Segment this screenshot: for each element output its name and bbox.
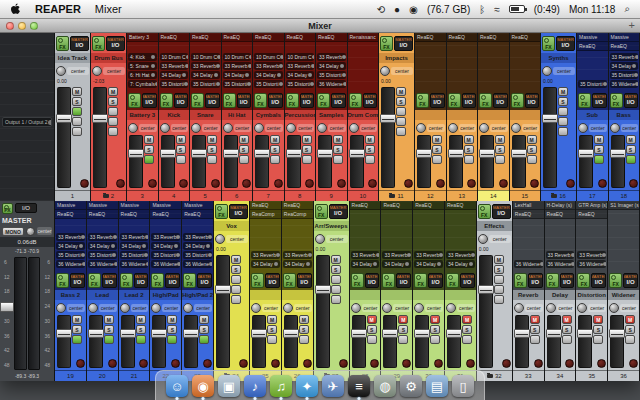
- bluetooth-icon[interactable]: ᛒ: [479, 4, 485, 15]
- track-number[interactable]: 11: [379, 190, 414, 201]
- send-slot[interactable]: 34 Delay: [88, 242, 117, 250]
- env-button[interactable]: [72, 117, 82, 126]
- master-volume-value[interactable]: 0.06dB: [0, 237, 54, 247]
- record-arm-button[interactable]: [179, 179, 188, 188]
- monitor-button[interactable]: [495, 155, 505, 164]
- env-button[interactable]: [558, 117, 568, 126]
- send-slot[interactable]: 34 Delay: [183, 242, 212, 250]
- volume-fader[interactable]: [350, 135, 364, 188]
- strip-fx-button[interactable]: FX: [478, 204, 491, 219]
- solo-button[interactable]: S: [464, 145, 474, 154]
- fader-handle[interactable]: [283, 329, 299, 338]
- record-arm-button[interactable]: [598, 179, 607, 188]
- master-meter[interactable]: 612182430364248 612182430364248: [0, 255, 54, 372]
- fader-handle[interactable]: [446, 329, 462, 338]
- track-number[interactable]: 1: [55, 190, 90, 201]
- record-arm-button[interactable]: [339, 359, 348, 368]
- send-slot[interactable]: 34 Delay: [414, 260, 443, 268]
- send-slot[interactable]: 34 Delay: [382, 260, 411, 268]
- send-slot[interactable]: 33 Reverb: [283, 251, 312, 259]
- solo-button[interactable]: S: [331, 265, 341, 274]
- track-number[interactable]: 21: [119, 370, 150, 381]
- strip-route-button[interactable]: MASTERI/O: [205, 93, 220, 108]
- track-number[interactable]: 4: [159, 190, 190, 201]
- send-slot[interactable]: 36 Widene: [56, 260, 85, 268]
- strip-fx-button[interactable]: FX: [349, 93, 362, 108]
- strip-fx-button[interactable]: FX: [56, 36, 69, 51]
- send-slot[interactable]: 10 Drum C: [191, 53, 220, 61]
- monitor-button[interactable]: [593, 335, 603, 344]
- send-slot[interactable]: 35 Distorti: [191, 80, 220, 88]
- fader-handle[interactable]: [88, 329, 104, 338]
- solo-button[interactable]: S: [239, 145, 249, 154]
- volume-fader[interactable]: [252, 315, 266, 368]
- volume-fader[interactable]: [447, 315, 461, 368]
- fx-slot[interactable]: H-Delay (s): [545, 201, 576, 210]
- monitor-button[interactable]: [494, 275, 504, 284]
- send-slot[interactable]: 33 Reverb: [446, 251, 475, 259]
- monitor-button[interactable]: [104, 335, 114, 344]
- solo-button[interactable]: S: [299, 325, 309, 334]
- strip-name[interactable]: Delay: [545, 290, 576, 300]
- send-slot[interactable]: 33 Reverb: [317, 53, 346, 61]
- pan-knob[interactable]: [283, 303, 293, 313]
- send-slot[interactable]: 35 Distorti: [254, 80, 283, 88]
- send-slot[interactable]: 34 Delay: [254, 71, 283, 79]
- send-slot[interactable]: 33 Reverb: [546, 251, 575, 259]
- strip-name[interactable]: Distortion: [576, 290, 607, 300]
- track-number[interactable]: 5: [190, 190, 221, 201]
- record-arm-button[interactable]: [139, 359, 148, 368]
- pan-knob[interactable]: [382, 303, 392, 313]
- dock-icon-network-app[interactable]: ◍: [374, 375, 396, 397]
- volume-fader[interactable]: [57, 87, 71, 188]
- fader-handle[interactable]: [610, 149, 626, 158]
- volume-fader[interactable]: [93, 87, 107, 188]
- strip-fx-button[interactable]: FX: [546, 273, 559, 288]
- strip-route-button[interactable]: MASTERI/O: [297, 273, 312, 288]
- strip-route-button[interactable]: MASTERI/O: [70, 36, 89, 51]
- master-fader-handle[interactable]: [0, 302, 14, 312]
- pan-knob[interactable]: [351, 303, 361, 313]
- track-number[interactable]: 35: [576, 370, 607, 381]
- strip-route-button[interactable]: MASTERI/O: [329, 204, 348, 219]
- strip-name[interactable]: Percussion: [285, 110, 316, 120]
- monitor-button[interactable]: [144, 155, 154, 164]
- pan-knob[interactable]: [349, 123, 359, 133]
- dock-icon-system-preferences[interactable]: ⚙: [400, 375, 422, 397]
- strip-name[interactable]: Lead: [87, 290, 118, 300]
- mute-button[interactable]: M: [199, 315, 209, 324]
- volume-fader[interactable]: [152, 315, 166, 368]
- dock-icon-trash[interactable]: ▯: [452, 375, 474, 397]
- pan-knob[interactable]: [315, 234, 325, 244]
- fx-slot[interactable]: ReaEQ: [545, 210, 576, 219]
- pan-knob[interactable]: [511, 123, 521, 133]
- mute-button[interactable]: M: [432, 135, 442, 144]
- fx-slot[interactable]: ReaEQ: [447, 33, 478, 42]
- record-arm-button[interactable]: [629, 179, 638, 188]
- strip-name[interactable]: [510, 110, 541, 120]
- fader-handle[interactable]: [514, 329, 530, 338]
- strip-route-button[interactable]: MASTERI/O: [556, 36, 575, 51]
- solo-button[interactable]: S: [72, 325, 82, 334]
- strip-fx-button[interactable]: FX: [446, 273, 459, 288]
- record-arm-button[interactable]: [404, 179, 413, 188]
- strip-name[interactable]: Cymbals: [253, 110, 284, 120]
- record-arm-button[interactable]: [368, 179, 377, 188]
- mute-button[interactable]: M: [625, 315, 635, 324]
- monitor-button[interactable]: [398, 335, 408, 344]
- mute-button[interactable]: M: [333, 135, 343, 144]
- record-arm-button[interactable]: [502, 359, 511, 368]
- fader-handle[interactable]: [351, 329, 367, 338]
- strip-name[interactable]: Hi Hat: [222, 110, 253, 120]
- volume-fader[interactable]: [224, 135, 238, 188]
- solo-button[interactable]: S: [594, 145, 604, 154]
- master-output-route[interactable]: Output 1 / Output 2: [2, 117, 52, 127]
- fader-handle[interactable]: [56, 329, 72, 338]
- dock-icon-spotify[interactable]: ♫: [270, 375, 292, 397]
- strip-name[interactable]: Reverb: [513, 290, 544, 300]
- strip-name[interactable]: Samples: [316, 110, 347, 120]
- pan-knob[interactable]: [514, 303, 524, 313]
- strip-name[interactable]: Bass: [609, 110, 640, 120]
- send-slot[interactable]: 4: Kick: [128, 53, 157, 61]
- fader-handle[interactable]: [286, 149, 302, 158]
